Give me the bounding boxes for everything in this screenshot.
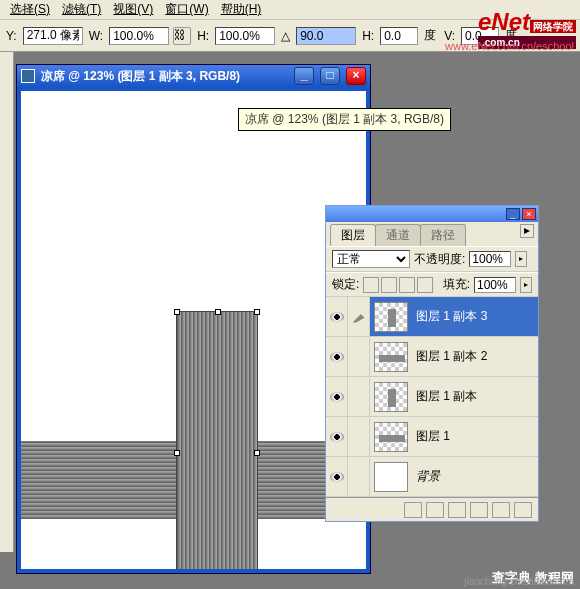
h2-label: H: bbox=[360, 29, 376, 43]
mask-icon[interactable] bbox=[426, 502, 444, 518]
eye-icon bbox=[330, 312, 344, 322]
adjustment-icon[interactable] bbox=[470, 502, 488, 518]
link-toggle[interactable] bbox=[348, 297, 370, 336]
layer-name[interactable]: 图层 1 bbox=[412, 428, 538, 445]
minimize-button[interactable]: _ bbox=[294, 67, 314, 85]
fill-input[interactable] bbox=[474, 277, 516, 293]
layers-panel: _ × 图层 通道 路径 ▸ 正常 不透明度: ▸ 锁定: 填充: ▸ 图层 1… bbox=[325, 205, 539, 522]
transform-handle[interactable] bbox=[254, 309, 260, 315]
eye-icon bbox=[330, 392, 344, 402]
panel-titlebar[interactable]: _ × bbox=[326, 206, 538, 222]
h-input[interactable] bbox=[215, 27, 275, 45]
lock-all-icon[interactable] bbox=[417, 277, 433, 293]
menu-help[interactable]: 帮助(H) bbox=[215, 0, 268, 20]
eye-icon bbox=[330, 432, 344, 442]
layer-name[interactable]: 图层 1 副本 3 bbox=[412, 308, 538, 325]
layer-row[interactable]: 图层 1 副本 3 bbox=[326, 297, 538, 337]
document-title: 凉席 @ 123% (图层 1 副本 3, RGB/8) bbox=[41, 68, 288, 85]
fx-icon[interactable] bbox=[404, 502, 422, 518]
link-toggle[interactable] bbox=[348, 417, 370, 456]
layer-thumbnail[interactable] bbox=[374, 302, 408, 332]
document-window: 凉席 @ 123% (图层 1 副本 3, RGB/8) _ □ × bbox=[16, 64, 371, 574]
tab-paths[interactable]: 路径 bbox=[420, 224, 466, 246]
lock-pixels-icon[interactable] bbox=[381, 277, 397, 293]
tooltip: 凉席 @ 123% (图层 1 副本 3, RGB/8) bbox=[238, 108, 451, 131]
lock-transparency-icon[interactable] bbox=[363, 277, 379, 293]
link-toggle[interactable] bbox=[348, 377, 370, 416]
h2-input[interactable] bbox=[380, 27, 418, 45]
lock-fill-row: 锁定: 填充: ▸ bbox=[326, 272, 538, 297]
angle-input[interactable] bbox=[296, 27, 356, 45]
document-icon bbox=[21, 69, 35, 83]
folder-icon[interactable] bbox=[448, 502, 466, 518]
close-button[interactable]: × bbox=[346, 67, 366, 85]
opacity-label: 不透明度: bbox=[414, 251, 465, 268]
eye-icon bbox=[330, 472, 344, 482]
watermark-url: www.eNet.com.cn/eschool bbox=[445, 40, 574, 52]
layer-thumbnail[interactable] bbox=[374, 422, 408, 452]
document-titlebar[interactable]: 凉席 @ 123% (图层 1 副本 3, RGB/8) _ □ × bbox=[17, 65, 370, 87]
angle-icon: △ bbox=[279, 29, 292, 43]
menu-bar: 选择(S) 滤镜(T) 视图(V) 窗口(W) 帮助(H) bbox=[0, 0, 580, 20]
menu-filter[interactable]: 滤镜(T) bbox=[56, 0, 107, 20]
eye-icon bbox=[330, 352, 344, 362]
panel-footer bbox=[326, 497, 538, 521]
menu-window[interactable]: 窗口(W) bbox=[159, 0, 214, 20]
brush-icon bbox=[353, 311, 365, 323]
layer-thumbnail[interactable] bbox=[374, 462, 408, 492]
toolbox[interactable] bbox=[0, 52, 14, 552]
transform-handle[interactable] bbox=[215, 309, 221, 315]
transform-handle[interactable] bbox=[174, 309, 180, 315]
visibility-toggle[interactable] bbox=[326, 337, 348, 376]
layers-list[interactable]: 图层 1 副本 3 图层 1 副本 2 图层 1 副本 图层 1 背景 bbox=[326, 297, 538, 497]
menu-select[interactable]: 选择(S) bbox=[4, 0, 56, 20]
blend-opacity-row: 正常 不透明度: ▸ bbox=[326, 246, 538, 272]
link-toggle[interactable] bbox=[348, 337, 370, 376]
visibility-toggle[interactable] bbox=[326, 297, 348, 336]
y-input[interactable] bbox=[23, 27, 83, 45]
tab-channels[interactable]: 通道 bbox=[375, 224, 421, 246]
new-layer-icon[interactable] bbox=[492, 502, 510, 518]
layer-row[interactable]: 图层 1 副本 bbox=[326, 377, 538, 417]
link-toggle[interactable] bbox=[348, 457, 370, 496]
layer-row[interactable]: 背景 bbox=[326, 457, 538, 497]
panel-tabs: 图层 通道 路径 ▸ bbox=[326, 222, 538, 246]
layer-thumbnail[interactable] bbox=[374, 342, 408, 372]
maximize-button[interactable]: □ bbox=[320, 67, 340, 85]
layer-thumbnail[interactable] bbox=[374, 382, 408, 412]
opacity-arrow[interactable]: ▸ bbox=[515, 251, 527, 267]
transform-handle[interactable] bbox=[254, 450, 260, 456]
opacity-input[interactable] bbox=[469, 251, 511, 267]
h-label: H: bbox=[195, 29, 211, 43]
layer-name[interactable]: 图层 1 副本 2 bbox=[412, 348, 538, 365]
fill-label: 填充: bbox=[443, 276, 470, 293]
visibility-toggle[interactable] bbox=[326, 417, 348, 456]
menu-view[interactable]: 视图(V) bbox=[107, 0, 159, 20]
tab-layers[interactable]: 图层 bbox=[330, 224, 376, 246]
panel-menu-button[interactable]: ▸ bbox=[520, 224, 534, 238]
visibility-toggle[interactable] bbox=[326, 377, 348, 416]
layer-name[interactable]: 背景 bbox=[412, 468, 538, 485]
trash-icon[interactable] bbox=[514, 502, 532, 518]
blend-mode-select[interactable]: 正常 bbox=[332, 250, 410, 268]
deg-label: 度 bbox=[422, 27, 438, 44]
lock-position-icon[interactable] bbox=[399, 277, 415, 293]
w-label: W: bbox=[87, 29, 105, 43]
panel-minimize-button[interactable]: _ bbox=[506, 208, 520, 220]
panel-close-button[interactable]: × bbox=[522, 208, 536, 220]
lock-label: 锁定: bbox=[332, 276, 359, 293]
document-canvas[interactable] bbox=[21, 91, 366, 569]
y-label: Y: bbox=[4, 29, 19, 43]
w-input[interactable] bbox=[109, 27, 169, 45]
transform-handle[interactable] bbox=[174, 450, 180, 456]
fill-arrow[interactable]: ▸ bbox=[520, 277, 532, 293]
source-url: jiaocheng.chazidian.com bbox=[464, 562, 574, 587]
artwork-vertical[interactable] bbox=[176, 311, 258, 569]
visibility-toggle[interactable] bbox=[326, 457, 348, 496]
layer-name[interactable]: 图层 1 副本 bbox=[412, 388, 538, 405]
layer-row[interactable]: 图层 1 bbox=[326, 417, 538, 457]
link-icon[interactable]: ⛓ bbox=[173, 27, 191, 45]
layer-row[interactable]: 图层 1 副本 2 bbox=[326, 337, 538, 377]
